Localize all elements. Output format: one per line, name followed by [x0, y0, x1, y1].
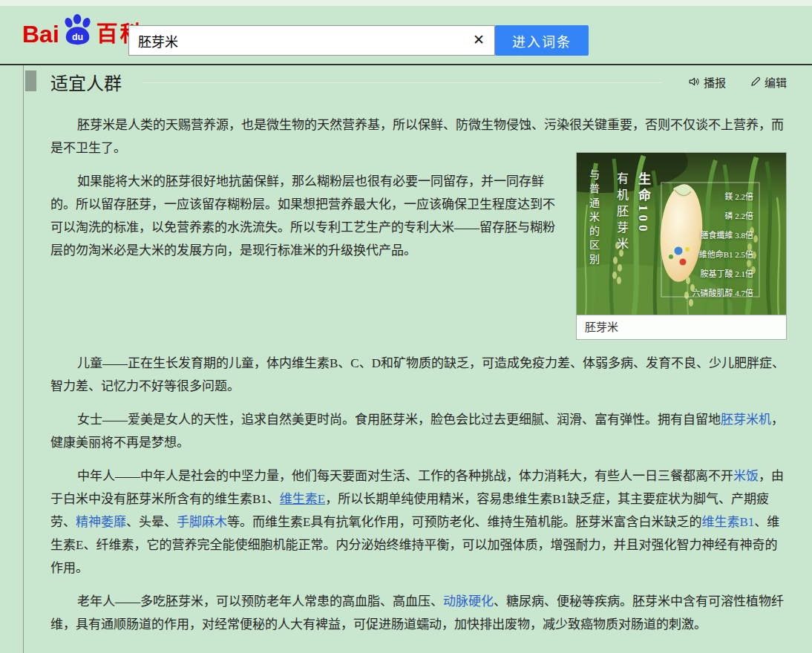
rice-field-illustration — [577, 153, 786, 315]
image-overlay-brand: 生命100 — [632, 172, 655, 235]
text-segment: 、头晕、 — [126, 515, 177, 529]
stat-line: 鎂 2.2倍 — [693, 187, 754, 206]
stat-line: 六磷酸肌醇 4.7倍 — [693, 283, 754, 303]
stat-line: 維他命B1 2.5倍 — [693, 245, 754, 264]
entry-link[interactable]: 精神萎靡 — [76, 515, 126, 529]
entry-link[interactable]: 维生素E — [280, 492, 325, 506]
section-title-rule — [143, 82, 661, 83]
image-caption: 胚芽米 — [577, 315, 786, 339]
image-overlay-mid-title: 有机胚芽米 — [610, 172, 633, 254]
entry-link[interactable]: 维生素B1 — [701, 515, 754, 529]
baidu-baike-logo[interactable]: Bai du 百科 — [22, 18, 144, 50]
search-input-wrap: ✕ — [128, 25, 495, 56]
rice-image: 与普通米的区别 有机胚芽米 生命100 鎂 2.2倍 磷 2.2倍 膳食纖維 3… — [577, 153, 786, 315]
section-title: 适宜人群 — [50, 69, 122, 95]
text-segment: 中年人——中年人是社会的中坚力量，他们每天要面对生活、工作的各种挑战，体力消耗大… — [77, 469, 733, 483]
entry-image-card[interactable]: 与普通米的区别 有机胚芽米 生命100 鎂 2.2倍 磷 2.2倍 膳食纖維 3… — [576, 152, 787, 340]
search-input[interactable] — [128, 25, 495, 56]
entry-link[interactable]: 动脉硬化 — [443, 594, 494, 608]
section-header: 适宜人群 播报 编辑 — [50, 70, 787, 93]
pencil-icon — [750, 76, 761, 88]
section-actions: 播报 编辑 — [688, 74, 787, 90]
paragraph-middle-aged: 中年人——中年人是社会的中坚力量，他们每天要面对生活、工作的各种挑战，体力消耗大… — [50, 465, 787, 580]
search-header: Bai du 百科 ✕ 进入词条 — [0, 6, 812, 64]
text-segment: 女士——爱美是女人的天性，追求自然美更时尚。食用胚芽米，脸色会比过去更细腻、润滑… — [77, 413, 721, 427]
text-segment: 儿童——正在生长发育期的儿童，体内维生素B、C、D和矿物质的缺乏，可造成免疫力差… — [50, 356, 785, 393]
page-top-strip — [0, 0, 812, 6]
paragraph-women: 女士——爱美是女人的天性，追求自然美更时尚。食用胚芽米，脸色会比过去更细腻、润滑… — [50, 408, 787, 454]
section-marker — [25, 70, 36, 91]
edit-label: 编辑 — [764, 74, 787, 90]
entry-link[interactable]: 手脚麻木 — [177, 515, 227, 529]
text-segment: 老年人——多吃胚芽米，可以预防老年人常患的高血脂、高血压、 — [77, 594, 443, 608]
paragraph-children: 儿童——正在生长发育期的儿童，体内维生素B、C、D和矿物质的缺乏，可造成免疫力差… — [50, 352, 787, 398]
article-body: 胚芽米是人类的天赐营养源，也是微生物的天然营养基，所以保鲜、防微生物侵蚀、污染很… — [50, 114, 787, 636]
baidu-paw-icon: du — [60, 14, 96, 47]
text-segment: 胚芽米是人类的天赐营养源，也是微生物的天然营养基，所以保鲜、防微生物侵蚀、污染很… — [50, 118, 784, 155]
enter-entry-button[interactable]: 进入词条 — [495, 25, 589, 56]
play-button[interactable]: 播报 — [688, 74, 726, 90]
edit-button[interactable]: 编辑 — [750, 74, 787, 90]
text-segment: 如果能将大米的胚芽很好地抗菌保鲜，那么糊粉层也很有必要一同留存，并一同存鲜的。所… — [50, 174, 555, 257]
logo-text-du: du — [72, 32, 83, 42]
entry-content: 适宜人群 播报 编辑 胚芽米是人类的天赐营养源，也是微生物的天然营养基，所以保鲜… — [23, 65, 812, 653]
play-label: 播报 — [704, 74, 726, 90]
speaker-icon — [688, 76, 700, 88]
image-overlay-stats: 鎂 2.2倍 磷 2.2倍 膳食纖維 3.8倍 維他命B1 2.5倍 胺基丁酸 … — [693, 187, 754, 303]
stat-line: 膳食纖維 3.8倍 — [693, 226, 754, 245]
entry-link[interactable]: 胚芽米机 — [721, 413, 771, 427]
search-bar: ✕ 进入词条 — [128, 25, 589, 56]
image-overlay-left-title: 与普通米的区别 — [582, 169, 605, 268]
stat-line: 磷 2.2倍 — [693, 206, 754, 226]
text-segment: 等。而维生素E具有抗氧化作用，可预防老化、维持生殖机能。胚芽米富含白米缺乏的 — [227, 515, 701, 529]
entry-link[interactable]: 米饭 — [733, 469, 759, 483]
stat-line: 胺基丁酸 2.1倍 — [693, 264, 754, 283]
paragraph-elderly: 老年人——多吃胚芽米，可以预防老年人常患的高血脂、高血压、动脉硬化、糖尿病、便秘… — [50, 590, 787, 636]
clear-search-icon[interactable]: ✕ — [473, 31, 485, 49]
logo-text-bai: Bai — [22, 22, 59, 46]
